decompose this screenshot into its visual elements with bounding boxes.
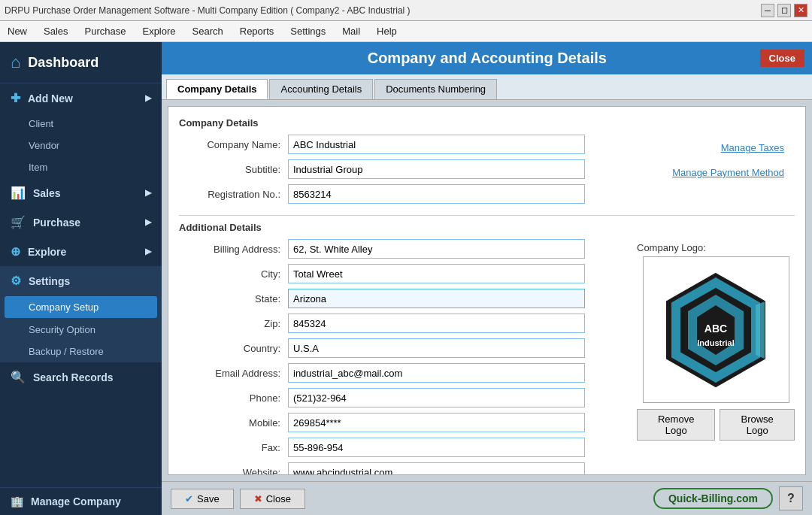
content-header: Company and Accounting Details Close [162,42,812,74]
sidebar-settings-label: Settings [29,275,70,287]
sidebar-item-item[interactable]: Item [0,156,162,178]
manage-links: Manage Taxes Manage Payment Method [662,135,795,209]
main-layout: ⌂ Dashboard ✚ Add New ▶ Client Vendor It… [0,42,812,515]
email-input[interactable] [288,363,585,383]
city-input[interactable] [288,264,585,283]
window-controls: ─ ◻ ✕ [761,4,807,17]
svg-marker-6 [756,301,765,359]
sidebar-item-vendor[interactable]: Vendor [0,135,162,156]
mobile-row: Mobile: [179,413,629,432]
sidebar-item-company-setup[interactable]: Company Setup [5,296,157,318]
additional-details-form: Billing Address: City: State: Zip: [179,239,795,475]
save-button[interactable]: ✔ Save [171,489,234,509]
mobile-input[interactable] [288,413,585,432]
tab-documents-numbering[interactable]: Documents Numbering [374,79,497,99]
svg-text:Industrial: Industrial [697,338,735,347]
menu-new[interactable]: New [5,24,30,38]
website-input[interactable] [288,462,585,475]
country-label: Country: [179,343,288,354]
fax-input[interactable] [288,438,585,457]
additional-details-fields: Billing Address: City: State: Zip: [179,239,629,475]
email-row: Email Address: [179,363,629,383]
logo-box: ABC Industrial [643,256,789,403]
x-icon: ✖ [254,493,262,504]
bottom-bar: ✔ Save ✖ Close Quick-Billing.com ? [162,481,812,515]
sidebar-item-backup-restore[interactable]: Backup / Restore [0,341,162,362]
city-row: City: [179,264,629,283]
additional-details-section-title: Additional Details [179,222,795,233]
mobile-label: Mobile: [179,417,288,429]
sidebar-manage-company[interactable]: 🏢 Manage Company [0,487,162,515]
zip-label: Zip: [179,318,288,329]
menu-help[interactable]: Help [374,24,400,38]
logo-label: Company Logo: [637,242,706,253]
sidebar-item-purchase[interactable]: 🛒 Purchase ▶ [0,208,162,237]
sidebar-item-search-records[interactable]: 🔍 Search Records [0,362,162,392]
sidebar-item-sales[interactable]: 📊 Sales ▶ [0,178,162,208]
subtitle-input[interactable] [288,159,585,179]
svg-text:ABC: ABC [704,323,727,335]
billing-badge: Quick-Billing.com [653,488,773,509]
menu-purchase[interactable]: Purchase [82,24,129,38]
tab-company-details[interactable]: Company Details [166,79,268,99]
company-name-label: Company Name: [179,139,288,150]
close-label: Close [266,493,291,504]
remove-logo-button[interactable]: Remove Logo [637,409,715,441]
website-row: Website: [179,462,629,475]
state-row: State: [179,289,629,308]
company-details-section-title: Company Details [179,117,795,129]
phone-input[interactable] [288,388,585,407]
menu-search[interactable]: Search [189,24,226,38]
sidebar-sales-section: 📊 Sales ▶ [0,178,162,208]
menu-bar: New Sales Purchase Explore Search Report… [0,21,812,42]
close-button[interactable]: ✖ Close [240,489,305,509]
title-bar: DRPU Purchase Order Management Software … [0,0,812,21]
check-icon: ✔ [185,493,193,504]
header-close-button[interactable]: Close [760,50,804,67]
user-plus-icon: ✚ [11,91,20,105]
menu-explore[interactable]: Explore [139,24,178,38]
explore-icon: ⊕ [11,244,20,259]
home-icon: ⌂ [11,53,20,72]
menu-settings[interactable]: Settings [287,24,329,38]
search-icon: 🔍 [11,370,26,384]
sidebar-purchase-section: 🛒 Purchase ▶ [0,208,162,237]
sidebar-add-new-label: Add New [28,92,73,105]
chevron-right-icon-purchase: ▶ [145,217,151,227]
tab-accounting-details[interactable]: Accounting Details [269,79,373,99]
chevron-right-icon-explore: ▶ [145,247,151,256]
country-input[interactable] [288,338,585,358]
help-button[interactable]: ? [779,486,803,510]
state-input[interactable] [288,289,585,308]
window-close-btn[interactable]: ✕ [794,4,807,17]
menu-sales[interactable]: Sales [41,24,71,38]
fax-label: Fax: [179,442,288,453]
menu-reports[interactable]: Reports [237,24,277,38]
manage-taxes-link[interactable]: Manage Taxes [721,142,784,153]
sidebar-item-explore[interactable]: ⊕ Explore ▶ [0,237,162,266]
sidebar-title: Dashboard [28,55,98,71]
billing-address-label: Billing Address: [179,244,288,255]
logo-buttons: Remove Logo Browse Logo [637,409,795,441]
minimize-btn[interactable]: ─ [761,4,774,17]
registration-input[interactable] [288,184,585,204]
maximize-btn[interactable]: ◻ [777,4,791,17]
company-name-input[interactable] [288,135,585,154]
sidebar-item-client[interactable]: Client [0,113,162,135]
zip-input[interactable] [288,314,585,333]
billing-address-input[interactable] [288,239,585,259]
browse-logo-button[interactable]: Browse Logo [720,409,795,441]
manage-payment-link[interactable]: Manage Payment Method [672,167,784,178]
menu-mail[interactable]: Mail [339,24,363,38]
country-row: Country: [179,338,629,358]
billing-address-row: Billing Address: [179,239,629,259]
phone-row: Phone: [179,388,629,407]
sidebar-item-security-option[interactable]: Security Option [0,319,162,341]
sidebar-dashboard[interactable]: ⌂ Dashboard [0,42,162,83]
company-logo-svg: ABC Industrial [652,266,780,394]
registration-label: Registration No.: [179,189,288,200]
sidebar-item-settings[interactable]: ⚙ Settings [0,266,162,295]
logo-section: Company Logo: [637,239,795,475]
chevron-right-icon-sales: ▶ [145,188,151,198]
sidebar-item-add-new[interactable]: ✚ Add New ▶ [0,83,162,113]
